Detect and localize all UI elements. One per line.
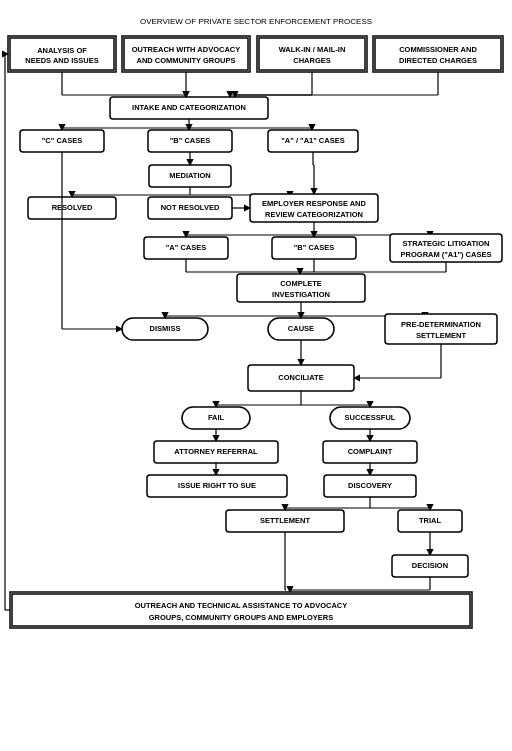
complaint-label: COMPLAINT [348,447,393,456]
strategic-label: STRATEGIC LITIGATION [403,239,490,248]
strategic-label2: PROGRAM ("A1") CASES [401,250,492,259]
outreach-bottom-label2: GROUPS, COMMUNITY GROUPS AND EMPLOYERS [149,613,334,622]
decision-label: DECISION [412,561,448,570]
analysis-label2: NEEDS AND ISSUES [25,56,99,65]
outreach-box-inner [124,38,248,70]
complete-investigation-label: COMPLETE [280,279,322,288]
walkin-label2: CHARGES [293,56,331,65]
pre-determination-label: PRE-DETERMINATION [401,320,481,329]
cause-label: CAUSE [288,324,314,333]
outreach-label2: AND COMMUNITY GROUPS [136,56,235,65]
employer-response-label: EMPLOYER RESPONSE AND [262,199,366,208]
b-cases-2-label: "B" CASES [294,243,334,252]
dismiss-label: DISMISS [150,324,181,333]
pre-determination-label2: SETTLEMENT [416,331,466,340]
mediation-label: MEDIATION [169,171,211,180]
resolved-label: RESOLVED [52,203,93,212]
a-cases-2-label: "A" CASES [166,243,206,252]
complete-investigation-label2: INVESTIGATION [272,290,330,299]
fail-label: FAIL [208,413,225,422]
settlement-label: SETTLEMENT [260,516,310,525]
outreach-label: OUTREACH WITH ADVOCACY [132,45,240,54]
c-cases-label: "C" CASES [42,136,82,145]
flowchart-svg: OVERVIEW OF PRIVATE SECTOR ENFORCEMENT P… [0,10,512,751]
commissioner-label: COMMISSIONER AND [399,45,477,54]
b-cases-1-label: "B" CASES [170,136,210,145]
diagram-container: OVERVIEW OF PRIVATE SECTOR ENFORCEMENT P… [0,0,512,751]
attorney-referral-label: ATTORNEY REFERRAL [174,447,258,456]
commissioner-box-inner [375,38,501,70]
commissioner-label2: DIRECTED CHARGES [399,56,477,65]
page-title: OVERVIEW OF PRIVATE SECTOR ENFORCEMENT P… [140,17,372,26]
intake-label: INTAKE AND CATEGORIZATION [132,103,246,112]
trial-label: TRIAL [419,516,441,525]
analysis-label: ANALYSIS OF [37,46,87,55]
a-cases-top-label: "A" / "A1" CASES [281,136,344,145]
issue-right-label: ISSUE RIGHT TO SUE [178,481,256,490]
successful-label: SUCCESSFUL [345,413,396,422]
discovery-label: DISCOVERY [348,481,392,490]
walkin-box-inner [259,38,365,70]
outreach-bottom-label: OUTREACH AND TECHNICAL ASSISTANCE TO ADV… [135,601,348,610]
walkin-label: WALK-IN / MAIL-IN [279,45,346,54]
employer-response-label2: REVIEW CATEGORIZATION [265,210,363,219]
conciliate-label: CONCILIATE [278,373,323,382]
not-resolved-label: NOT RESOLVED [161,203,220,212]
